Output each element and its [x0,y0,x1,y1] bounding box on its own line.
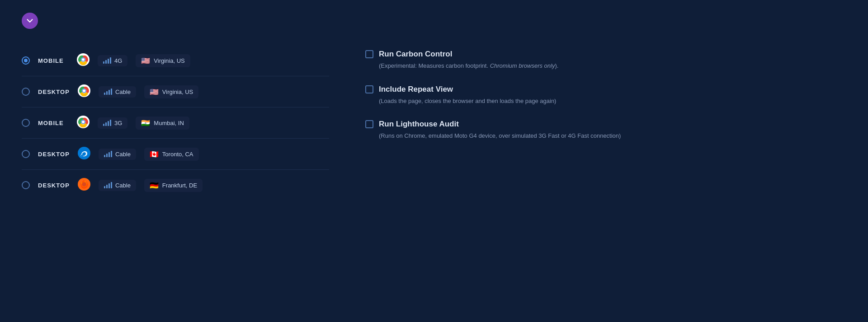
test-row[interactable]: MOBILE 3G🇮🇳Mumbai, IN [22,107,329,139]
location-badge: 🇩🇪Frankfurt, DE [144,179,203,192]
radio-button[interactable] [22,150,30,158]
connection-label: Cable [115,89,131,95]
device-label: MOBILE [38,120,69,126]
option-header: Run Carbon Control [365,50,846,59]
connection-badge: Cable [99,149,136,160]
location-label: Toronto, CA [162,151,193,158]
option-item: Run Lighthouse Audit(Runs on Chrome, emu… [365,120,846,140]
checkbox-repeat-view[interactable] [365,85,373,93]
device-label: MOBILE [38,57,69,64]
device-label: DESKTOP [38,182,70,189]
connection-badge: Cable [99,86,136,98]
location-badge: 🇮🇳Mumbai, IN [136,117,189,130]
test-runs-list: MOBILE 4G🇺🇸Virginia, USDESKTOP Cable🇺🇸Vi… [22,45,329,201]
connection-label: 4G [114,57,122,64]
device-label: DESKTOP [38,151,70,158]
option-label: Include Repeat View [379,85,453,94]
flag-icon: 🇺🇸 [150,88,159,96]
radio-button[interactable] [22,119,30,127]
option-header: Include Repeat View [365,85,846,94]
option-label: Run Lighthouse Audit [379,120,459,129]
browser-icon [77,53,90,68]
option-description: (Runs on Chrome, emulated Moto G4 device… [365,131,846,140]
flag-icon: 🇩🇪 [150,181,159,190]
location-badge: 🇺🇸Virginia, US [136,54,190,67]
option-description: (Loads the page, closes the browser and … [365,97,846,106]
chevron-circle[interactable] [22,13,38,29]
options-column: Run Carbon Control(Experimental: Measure… [329,45,846,201]
signal-icon [103,120,111,126]
svg-point-12 [78,147,90,159]
checkbox-lighthouse-audit[interactable] [365,120,373,128]
device-label: DESKTOP [38,89,70,95]
main-content: MOBILE 4G🇺🇸Virginia, USDESKTOP Cable🇺🇸Vi… [22,45,846,201]
connection-label: Cable [115,151,131,158]
option-label: Run Carbon Control [379,50,452,59]
configuration-header [22,13,846,29]
location-label: Virginia, US [154,57,184,64]
signal-icon [104,151,112,157]
connection-label: 3G [114,120,122,126]
radio-button[interactable] [22,88,30,96]
signal-icon [104,182,112,188]
radio-button[interactable] [22,181,30,189]
connection-badge: 3G [98,117,127,129]
option-header: Run Lighthouse Audit [365,120,846,129]
checkbox-carbon-control[interactable] [365,50,373,58]
location-badge: 🇺🇸Virginia, US [144,85,198,98]
test-row[interactable]: DESKTOP Cable🇩🇪Frankfurt, DE [22,170,329,201]
flag-icon: 🇺🇸 [141,56,150,65]
browser-icon [78,178,90,192]
browser-icon [77,116,90,130]
option-item: Run Carbon Control(Experimental: Measure… [365,50,846,70]
connection-label: Cable [115,182,131,189]
svg-point-3 [82,58,85,61]
flag-icon: 🇨🇦 [150,150,159,159]
test-row[interactable]: MOBILE 4G🇺🇸Virginia, US [22,45,329,76]
test-row[interactable]: DESKTOP Cable🇨🇦Toronto, CA [22,139,329,170]
radio-button[interactable] [22,56,30,65]
connection-badge: 4G [98,55,127,66]
signal-icon [104,89,112,95]
option-description: (Experimental: Measures carbon footprint… [365,61,846,70]
location-label: Mumbai, IN [154,120,184,126]
location-label: Virginia, US [162,89,193,95]
svg-point-11 [82,121,85,123]
svg-point-7 [83,89,85,92]
signal-icon [103,57,111,64]
connection-badge: Cable [99,180,136,191]
location-badge: 🇨🇦Toronto, CA [144,148,199,161]
test-row[interactable]: DESKTOP Cable🇺🇸Virginia, US [22,76,329,107]
location-label: Frankfurt, DE [162,182,197,189]
option-item: Include Repeat View(Loads the page, clos… [365,85,846,106]
browser-icon [78,147,90,161]
flag-icon: 🇮🇳 [141,119,150,127]
browser-icon [78,84,90,99]
